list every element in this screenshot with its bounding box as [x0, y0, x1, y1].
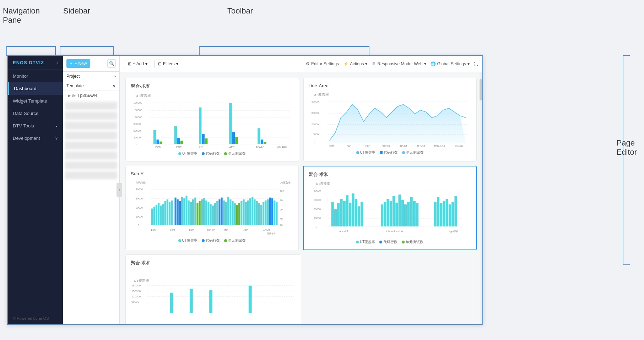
plus-icon: +	[70, 61, 72, 66]
new-button[interactable]: + + New	[66, 59, 90, 68]
svg-rect-155	[352, 193, 354, 226]
svg-rect-178	[451, 202, 454, 226]
svg-text:10000: 10000	[314, 216, 321, 220]
svg-rect-28	[261, 139, 263, 144]
add-button[interactable]: ⊞ + Add ▾	[124, 60, 151, 68]
svg-text:EDP-GA: EDP-GA	[207, 229, 216, 231]
svg-rect-103	[221, 198, 223, 225]
svg-text:INF: INF	[199, 146, 203, 149]
svg-rect-105	[225, 202, 227, 225]
nav-items: Monitor Dashboard Widget Template Data S…	[8, 70, 63, 313]
nav-item-widget-template[interactable]: Widget Template	[8, 95, 63, 107]
svg-rect-109	[234, 203, 236, 225]
svg-rect-80	[169, 202, 171, 225]
responsive-mode-button[interactable]: 🖥 Responsive Mode: Web ▾	[372, 61, 426, 66]
chart-1-card[interactable]: 聚合-求和 UT覆盖率 180000 150000 120000 90000 6…	[125, 78, 299, 161]
nav-item-dtv-tools[interactable]: DTV Tools ∨	[8, 120, 63, 132]
chart-3-card[interactable]: Sub-Y 代码行数 40000 30000 20000 10000 0	[125, 166, 299, 250]
expand-button[interactable]: ⛶	[474, 61, 478, 66]
chart-4-card[interactable]: 聚合-求和 UT覆盖率 40000 30000 20000 10000 0	[303, 166, 477, 250]
svg-rect-20	[180, 141, 183, 144]
svg-text:40000: 40000	[311, 100, 319, 103]
svg-rect-165	[398, 194, 401, 226]
vertical-scrollbar[interactable]	[480, 72, 482, 324]
annotation-nav-pane: NavigationPane	[3, 6, 40, 25]
svg-rect-161	[386, 199, 389, 226]
svg-rect-94	[201, 199, 203, 225]
svg-rect-124	[267, 199, 269, 225]
svg-rect-115	[247, 201, 249, 225]
sidebar-header: + + New 🔍	[63, 56, 119, 72]
svg-rect-119	[256, 201, 258, 225]
svg-rect-179	[454, 196, 457, 226]
svg-rect-95	[203, 198, 205, 225]
sidebar: + + New 🔍 Project › Template ∨ ▶ 🗁 Tp	[63, 56, 120, 324]
svg-text:60: 60	[280, 208, 283, 211]
sidebar-blurred-2	[65, 112, 117, 120]
svg-rect-123	[265, 201, 266, 225]
svg-rect-158	[361, 202, 363, 226]
actions-button[interactable]: ⚡ Actions ▾	[343, 61, 367, 66]
chart-3-legend: UT覆盖率 代码行数 单元测试数	[131, 238, 293, 243]
svg-rect-117	[251, 197, 253, 225]
svg-text:120000: 120000	[131, 295, 141, 298]
project-expand-icon: ›	[114, 74, 116, 79]
widget-row-1: 聚合-求和 UT覆盖率 180000 150000 120000 90000 6…	[125, 78, 477, 161]
svg-rect-108	[232, 201, 233, 225]
svg-rect-163	[392, 196, 395, 226]
annotation-sidebar: Sidebar	[63, 6, 90, 16]
editor-settings-button[interactable]: ⚙ Editor Settings	[306, 61, 339, 66]
nav-item-data-source[interactable]: Data Source	[8, 107, 63, 120]
svg-rect-153	[346, 195, 348, 226]
nav-logo[interactable]: ENOS DTVIZ ›	[8, 56, 63, 70]
sidebar-collapse-handle[interactable]: ‹	[117, 183, 122, 197]
svg-rect-72	[151, 209, 153, 225]
chart-4-legend: UT覆盖率 代码行数 单元测试数	[309, 240, 471, 245]
svg-rect-172	[434, 202, 436, 226]
svg-rect-194	[209, 290, 212, 313]
svg-rect-96	[205, 201, 207, 225]
chart-3-container: 代码行数 40000 30000 20000 10000 0 UT覆盖率 100…	[131, 179, 293, 236]
svg-text:iot-quota-service: iot-quota-service	[386, 230, 405, 233]
sidebar-blurred-4	[65, 132, 117, 139]
global-icon: 🌐	[431, 61, 436, 66]
sidebar-blurred-3	[65, 122, 117, 130]
global-settings-button[interactable]: 🌐 Global Settings ▾	[431, 61, 470, 66]
filters-button[interactable]: ⊟ Filters ▾	[154, 60, 182, 68]
svg-rect-74	[156, 205, 157, 225]
chart-2-container: UT覆盖率 40000 30000 20000 10000 0	[309, 91, 472, 148]
svg-rect-100	[214, 203, 216, 225]
sidebar-project-section[interactable]: Project ›	[63, 72, 119, 81]
svg-rect-166	[401, 200, 404, 226]
nav-item-monitor[interactable]: Monitor	[8, 70, 63, 82]
sidebar-tree-tp3r[interactable]: ▶ 🗁 Tp3rSAw4	[63, 91, 119, 100]
filter-icon: ⊟	[158, 61, 162, 66]
svg-text:DCM: DCM	[151, 229, 156, 231]
chart-1-legend: UT覆盖率 代码行数 单元测试数	[131, 151, 294, 156]
svg-text:AEP-GA: AEP-GA	[416, 145, 425, 147]
app-container: ENOS DTVIZ › Monitor Dashboard Widget Te…	[7, 55, 483, 325]
widget-row-3: 聚合-求和 UT覆盖率 180000 150000 120000 90000	[125, 254, 477, 324]
svg-text:0: 0	[313, 141, 315, 144]
chart-4-container: UT覆盖率 40000 30000 20000 10000 0	[309, 181, 471, 237]
sidebar-template-section[interactable]: Template ∨	[63, 81, 119, 91]
chart-5-title: 聚合-求和	[131, 260, 296, 266]
svg-rect-106	[227, 197, 229, 225]
chart-2-card[interactable]: Line-Area UT覆盖率 40000 30000 20000 10000 …	[303, 78, 477, 161]
svg-text:UT覆盖率: UT覆盖率	[280, 181, 291, 184]
svg-rect-152	[343, 201, 345, 226]
nav-logo-arrow: ›	[56, 60, 58, 65]
svg-text:UT覆盖率: UT覆盖率	[316, 182, 330, 186]
dtv-tools-expand-icon: ∨	[55, 124, 58, 128]
actions-dropdown-icon: ▾	[365, 61, 367, 66]
search-button[interactable]: 🔍	[107, 59, 116, 68]
nav-item-development[interactable]: Development ∨	[8, 132, 63, 144]
svg-rect-86	[183, 198, 185, 225]
chart-4-title: 聚合-求和	[309, 171, 471, 178]
add-dropdown-icon: ▾	[145, 61, 147, 66]
svg-rect-84	[179, 201, 181, 225]
svg-text:180000: 180000	[133, 101, 142, 104]
svg-rect-90	[192, 199, 194, 225]
nav-item-dashboard[interactable]: Dashboard	[8, 82, 63, 95]
chart-5-card[interactable]: 聚合-求和 UT覆盖率 180000 150000 120000 90000	[125, 254, 301, 324]
